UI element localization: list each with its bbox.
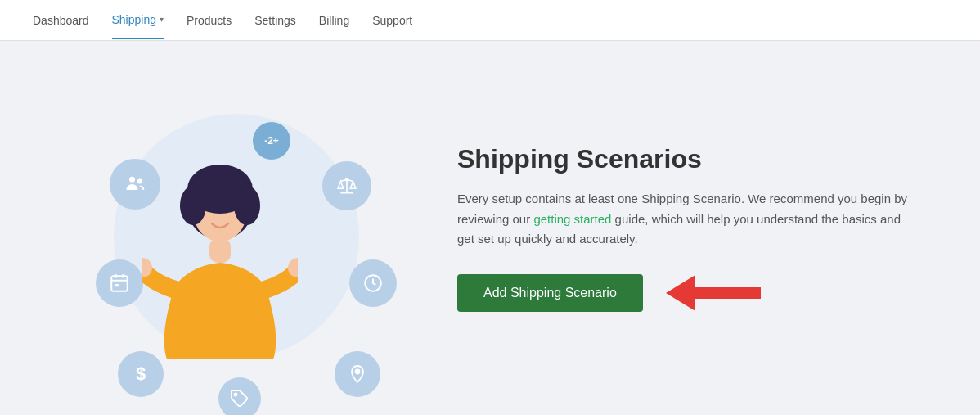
nav-products[interactable]: Products — [187, 2, 232, 38]
illustration-area: -2+ — [65, 73, 408, 384]
scale-circle — [322, 161, 371, 210]
arrow-indicator — [666, 275, 761, 311]
location-circle — [335, 351, 380, 397]
calendar-circle — [96, 259, 143, 307]
add-shipping-scenario-button[interactable]: Add Shipping Scenario — [457, 274, 643, 312]
cta-row: Add Shipping Scenario — [457, 274, 915, 312]
main-content: -2+ — [0, 41, 980, 415]
svg-point-16 — [234, 186, 260, 225]
tag-circle — [218, 377, 261, 416]
content-panel: Shipping Scenarios Every setup contains … — [457, 144, 915, 312]
svg-point-1 — [137, 178, 142, 183]
svg-rect-8 — [115, 284, 119, 286]
page-title: Shipping Scenarios — [457, 144, 915, 174]
svg-point-11 — [356, 369, 360, 373]
nav-billing[interactable]: Billing — [319, 2, 349, 38]
clock-circle — [349, 259, 397, 307]
svg-point-15 — [180, 186, 206, 225]
description-text: Every setup contains at least one Shippi… — [457, 189, 915, 250]
svg-rect-4 — [111, 276, 128, 291]
top-navigation: Dashboard Shipping ▾ Products Settings B… — [0, 0, 980, 41]
svg-point-10 — [235, 393, 237, 395]
getting-started-link[interactable]: getting started — [533, 212, 611, 226]
arrow-head-icon — [666, 275, 695, 311]
nav-dashboard[interactable]: Dashboard — [33, 2, 89, 38]
nav-settings[interactable]: Settings — [254, 2, 296, 38]
nav-support[interactable]: Support — [372, 2, 412, 38]
person-illustration — [142, 147, 298, 359]
arrow-shaft — [695, 287, 761, 299]
nav-shipping[interactable]: Shipping ▾ — [112, 2, 164, 39]
svg-rect-19 — [209, 238, 231, 263]
svg-point-0 — [129, 176, 135, 182]
chevron-down-icon: ▾ — [160, 15, 164, 24]
